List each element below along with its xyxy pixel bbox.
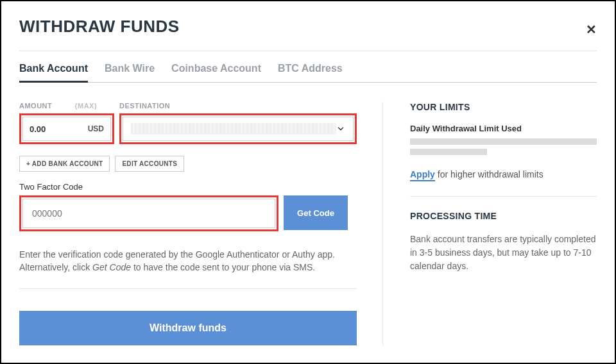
divider: [410, 196, 597, 197]
tab-btc-address[interactable]: BTC Address: [278, 63, 343, 82]
two-factor-highlight: [19, 195, 278, 231]
amount-value: 0.00: [30, 124, 46, 134]
destination-label: DESTINATION: [119, 102, 357, 110]
dialog-title: WITHDRAW FUNDS: [19, 17, 597, 37]
amount-input[interactable]: 0.00 USD: [22, 117, 111, 141]
your-limits-heading: YOUR LIMITS: [410, 102, 597, 112]
tab-bank-account[interactable]: Bank Account: [19, 63, 88, 83]
tabs: Bank Account Bank Wire Coinbase Account …: [19, 63, 597, 83]
account-buttons-row: + ADD BANK ACCOUNT EDIT ACCOUNTS: [19, 156, 357, 172]
tab-bank-wire[interactable]: Bank Wire: [105, 63, 155, 82]
max-link[interactable]: (MAX): [75, 102, 97, 110]
chevron-down-icon: [336, 124, 345, 133]
destination-field-block: DESTINATION: [119, 102, 357, 144]
two-factor-row: Get Code: [19, 195, 357, 231]
amount-label: AMOUNT (MAX): [19, 102, 114, 110]
processing-time-text: Bank account transfers are typically com…: [410, 233, 597, 273]
destination-highlight: [119, 113, 357, 144]
form-panel: AMOUNT (MAX) 0.00 USD DESTINATION: [19, 102, 382, 345]
amount-currency: USD: [88, 124, 104, 133]
help-text-em: Get Code: [92, 262, 131, 272]
apply-row: Apply for higher withdrawal limits: [410, 169, 597, 179]
amount-highlight: 0.00 USD: [19, 113, 114, 144]
amount-label-text: AMOUNT: [19, 102, 52, 110]
two-factor-label: Two Factor Code: [19, 182, 357, 192]
tab-coinbase-account[interactable]: Coinbase Account: [171, 63, 261, 82]
divider: [19, 51, 597, 51]
two-factor-input[interactable]: [22, 199, 275, 228]
edit-accounts-button[interactable]: EDIT ACCOUNTS: [115, 156, 184, 172]
help-text-part2: to have the code sent to your phone via …: [131, 262, 315, 272]
destination-select[interactable]: [123, 117, 354, 141]
content: AMOUNT (MAX) 0.00 USD DESTINATION: [19, 102, 597, 345]
amount-destination-row: AMOUNT (MAX) 0.00 USD DESTINATION: [19, 102, 357, 144]
get-code-button[interactable]: Get Code: [284, 195, 348, 230]
withdraw-funds-dialog: ✕ WITHDRAW FUNDS Bank Account Bank Wire …: [0, 0, 616, 364]
processing-time-heading: PROCESSING TIME: [410, 211, 597, 221]
add-bank-account-button[interactable]: + ADD BANK ACCOUNT: [19, 156, 110, 172]
apply-rest-text: for higher withdrawal limits: [435, 169, 543, 179]
limit-bar-track: [410, 138, 597, 145]
withdraw-funds-button[interactable]: Withdraw funds: [19, 311, 357, 345]
daily-limit-label: Daily Withdrawal Limit Used: [410, 124, 597, 133]
close-icon[interactable]: ✕: [586, 22, 597, 37]
two-factor-help-text: Enter the verification code generated by…: [19, 248, 357, 289]
limit-bar-sub: [410, 149, 487, 155]
info-panel: YOUR LIMITS Daily Withdrawal Limit Used …: [382, 102, 597, 345]
apply-link[interactable]: Apply: [410, 169, 435, 181]
amount-field-block: AMOUNT (MAX) 0.00 USD: [19, 102, 114, 144]
destination-value-redacted: [131, 123, 336, 135]
